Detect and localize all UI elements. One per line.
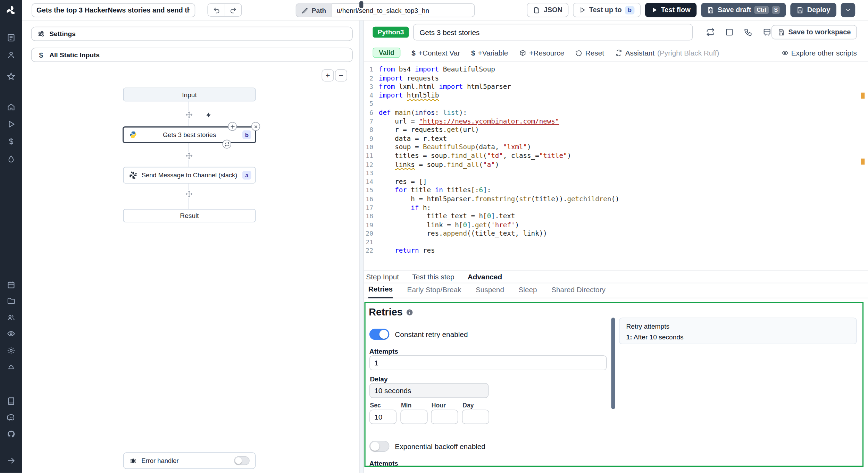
flow-node-input[interactable]: Input (123, 87, 256, 101)
docs-book-icon[interactable] (7, 396, 16, 405)
sync-repeat-icon[interactable] (706, 28, 715, 37)
attempts-input[interactable] (369, 355, 607, 370)
subtab-sleep[interactable]: Sleep (518, 286, 537, 298)
settings-gear-icon[interactable] (7, 346, 16, 355)
subtab-shared-directory[interactable]: Shared Directory (551, 286, 606, 298)
code-line[interactable]: 5 (364, 100, 868, 109)
min-input[interactable] (400, 409, 427, 424)
error-handler-node[interactable]: Error handler (123, 452, 256, 469)
hour-input[interactable] (431, 409, 458, 424)
schedules-calendar-icon[interactable] (7, 280, 16, 289)
code-line[interactable]: 14 res = [] (364, 178, 868, 186)
splitter-handle[interactable] (359, 1, 363, 8)
home-icon[interactable] (7, 103, 16, 112)
windmill-logo-icon[interactable] (6, 5, 17, 16)
explore-other-scripts-button[interactable]: Explore other scripts (781, 49, 857, 57)
code-line[interactable]: 1from bs4 import BeautifulSoup (364, 65, 868, 74)
move-step-button[interactable] (228, 122, 237, 131)
code-line[interactable]: 4import html5lib (364, 91, 868, 100)
json-button[interactable]: JSON (527, 3, 569, 17)
retries-scrollbar[interactable] (611, 318, 615, 409)
apps-list-icon[interactable] (7, 33, 16, 42)
code-line[interactable]: 22 return res (364, 247, 868, 256)
step-title-input[interactable] (414, 24, 693, 41)
folders-icon[interactable] (7, 297, 16, 306)
workers-hardhat-icon[interactable] (7, 363, 16, 372)
path-input[interactable] (332, 3, 475, 17)
zoom-in-button[interactable]: + (322, 69, 334, 82)
subtab-suspend[interactable]: Suspend (476, 286, 504, 298)
path-pill[interactable]: Path (295, 3, 332, 17)
tab-test-this-step[interactable]: Test this step (412, 272, 454, 281)
trigger-bolt-icon[interactable] (205, 111, 212, 119)
code-line[interactable]: 3from lxml.html import html5parser (364, 83, 868, 91)
delay-input[interactable] (369, 383, 489, 398)
redo-button[interactable] (225, 4, 241, 16)
flow-title-input[interactable] (32, 3, 195, 17)
github-icon[interactable] (7, 430, 16, 439)
runs-play-icon[interactable] (7, 120, 16, 129)
variables-dollar-icon[interactable] (7, 137, 16, 146)
code-line[interactable]: 11 titles = soup.find_all("td", class_="… (364, 152, 868, 161)
audit-eye-icon[interactable] (7, 329, 16, 338)
code-line[interactable]: 16 h = html5parser.fromstring(str(title)… (364, 195, 868, 204)
save-to-workspace-button[interactable]: Save to workspace (772, 25, 857, 40)
subtab-early-stop[interactable]: Early Stop/Break (407, 286, 461, 298)
code-line[interactable]: 10 soup = BeautifulSoup(data, "lxml") (364, 143, 868, 152)
test-up-to-button[interactable]: Test up to b (573, 3, 640, 17)
code-line[interactable]: 6def main(infos: list): (364, 109, 868, 117)
phone-icon[interactable] (744, 28, 753, 37)
tab-step-input[interactable]: Step Input (366, 272, 399, 281)
code-line[interactable]: 15 for title in titles[:6]: (364, 186, 868, 195)
undo-button[interactable] (208, 4, 225, 16)
code-line[interactable]: 7 url = "https://news.ycombinator.com/ne… (364, 117, 868, 126)
test-flow-button[interactable]: Test flow (645, 3, 696, 17)
insert-step-icon[interactable] (185, 152, 193, 160)
info-icon[interactable] (406, 309, 413, 316)
bus-icon[interactable] (763, 28, 772, 37)
code-line[interactable]: 13 (364, 169, 868, 178)
add-context-var-button[interactable]: $ +Context Var (411, 49, 460, 57)
deploy-button[interactable]: Deploy (791, 3, 836, 17)
discord-icon[interactable] (7, 413, 16, 422)
code-line[interactable]: 20 res.append((title_text, link)) (364, 230, 868, 238)
code-line[interactable]: 9 data = r.text (364, 135, 868, 143)
resources-droplet-icon[interactable] (7, 155, 16, 164)
groups-users-icon[interactable] (7, 313, 16, 322)
flow-node-send-message[interactable]: Send Message to Channel (slack) a (123, 167, 256, 184)
deploy-dropdown-button[interactable] (841, 3, 856, 17)
day-input[interactable] (462, 409, 489, 424)
exponential-backoff-toggle[interactable] (369, 441, 390, 452)
collapse-arrow-right-icon[interactable] (7, 456, 16, 465)
delete-step-button[interactable] (251, 122, 260, 131)
reset-button[interactable]: Reset (575, 49, 604, 57)
code-line[interactable]: 8 r = requests.get(url) (364, 126, 868, 135)
loop-step-button[interactable] (223, 140, 232, 149)
insert-step-icon[interactable] (185, 111, 193, 118)
code-line[interactable]: 21 (364, 238, 868, 247)
code-line[interactable]: 17 if h: (364, 204, 868, 212)
user-icon[interactable] (7, 50, 16, 59)
flow-node-result[interactable]: Result (123, 209, 256, 222)
zoom-out-button[interactable]: − (335, 69, 347, 82)
add-resource-button[interactable]: +Resource (519, 49, 564, 57)
all-static-inputs-button[interactable]: $ All Static Inputs (31, 48, 352, 62)
code-editor[interactable]: 1from bs4 import BeautifulSoup2import re… (364, 62, 868, 270)
subtab-retries[interactable]: Retries (368, 285, 393, 298)
flow-node-gets-3-best-stories[interactable]: Gets 3 best stories b (123, 126, 256, 143)
pane-splitter[interactable] (359, 20, 364, 473)
favorites-star-icon[interactable] (7, 72, 16, 81)
flow-settings-button[interactable]: Settings (31, 27, 352, 41)
code-line[interactable]: 2import requests (364, 74, 868, 83)
constant-retry-toggle[interactable] (369, 329, 390, 340)
add-variable-button[interactable]: $ +Variable (471, 49, 508, 57)
tab-advanced[interactable]: Advanced (468, 272, 502, 281)
assistant-button[interactable]: Assistant (Pyright Black Ruff) (615, 49, 719, 57)
error-handler-toggle[interactable] (234, 456, 250, 465)
code-line[interactable]: 12 links = soup.find_all("a") (364, 160, 868, 169)
insert-step-icon[interactable] (185, 190, 193, 198)
panel-square-icon[interactable] (725, 28, 734, 37)
save-draft-button[interactable]: Save draft Ctrl S (701, 3, 786, 17)
code-line[interactable]: 18 title_text = h[0].text (364, 212, 868, 221)
code-line[interactable]: 19 link = h[0].get('href') (364, 221, 868, 230)
